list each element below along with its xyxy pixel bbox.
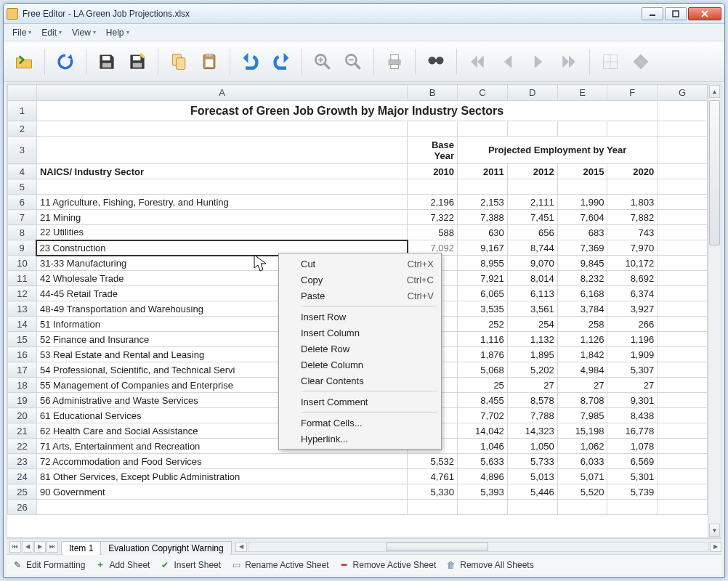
cell[interactable]: 18 xyxy=(8,378,37,393)
cell[interactable]: 1,050 xyxy=(507,439,557,454)
cell[interactable]: 2010 xyxy=(408,164,458,179)
refresh-button[interactable] xyxy=(52,49,78,75)
cell[interactable] xyxy=(658,301,708,317)
ctx-clear[interactable]: Clear Contents xyxy=(280,373,440,389)
cell[interactable]: 8,455 xyxy=(458,393,508,408)
col-B[interactable]: B xyxy=(408,85,458,101)
ctx-hyperlink[interactable]: Hyperlink... xyxy=(280,431,440,447)
hscroll-left-icon[interactable]: ◀ xyxy=(235,542,247,552)
cell[interactable]: 72 Accommodation and Food Services xyxy=(36,454,407,469)
cell[interactable] xyxy=(658,332,708,347)
col-F[interactable]: F xyxy=(607,85,658,101)
cell[interactable]: 3,561 xyxy=(507,301,557,317)
cell[interactable]: 254 xyxy=(507,317,557,332)
first-button[interactable] xyxy=(464,49,490,75)
cell[interactable]: BaseYear xyxy=(408,137,458,164)
cell[interactable]: 5,446 xyxy=(507,484,557,500)
cell[interactable]: 4,896 xyxy=(458,469,508,484)
redo-button[interactable] xyxy=(268,49,294,75)
tab-first-icon[interactable]: ⏮ xyxy=(9,541,21,553)
cell[interactable]: 7,702 xyxy=(458,408,508,423)
cell[interactable]: 21 xyxy=(8,423,37,439)
save-button[interactable] xyxy=(94,49,120,75)
cell[interactable]: 11 Agriculture, Fishing, Forestry, and H… xyxy=(36,195,407,210)
scroll-up-icon[interactable]: ▲ xyxy=(709,85,720,98)
cell[interactable]: 6,569 xyxy=(607,454,658,469)
cell[interactable]: 25 xyxy=(8,484,37,500)
cell[interactable]: 1,196 xyxy=(607,332,658,347)
cell[interactable]: 8,438 xyxy=(607,408,658,423)
cell[interactable]: 3,535 xyxy=(458,301,508,317)
cell[interactable]: 7,788 xyxy=(507,408,557,423)
cell[interactable]: 2 xyxy=(8,121,37,137)
cell[interactable]: 17 xyxy=(8,362,37,378)
cell[interactable]: 13 xyxy=(8,301,37,317)
ctx-insert-row[interactable]: Insert Row xyxy=(280,309,440,325)
cell[interactable]: 588 xyxy=(408,225,458,240)
cell[interactable]: 252 xyxy=(458,317,508,332)
cell[interactable]: 1,116 xyxy=(458,332,508,347)
cell[interactable]: 5,330 xyxy=(408,484,458,500)
cell[interactable] xyxy=(658,454,708,469)
cell[interactable] xyxy=(36,500,407,515)
cell[interactable] xyxy=(658,439,708,454)
cell[interactable]: 7,388 xyxy=(458,210,508,225)
cell[interactable]: 5,739 xyxy=(607,484,658,500)
cell[interactable]: 6,033 xyxy=(557,454,607,469)
cell[interactable]: 10 xyxy=(8,256,37,271)
cell[interactable]: 1,803 xyxy=(607,195,658,210)
ctx-copy[interactable]: CopyCtrl+C xyxy=(280,272,440,288)
cell[interactable]: 16 xyxy=(8,347,37,362)
scroll-down-icon[interactable]: ▼ xyxy=(709,524,720,537)
close-button[interactable] xyxy=(688,7,721,20)
col-E[interactable]: E xyxy=(557,85,607,101)
insert-sheet-button[interactable]: ✔Insert Sheet xyxy=(160,560,221,570)
cell[interactable]: 743 xyxy=(607,225,658,240)
cell[interactable]: 7,970 xyxy=(607,240,658,256)
cell[interactable]: 25 xyxy=(458,378,508,393)
cell[interactable] xyxy=(36,137,407,164)
cell[interactable]: 2,153 xyxy=(458,195,508,210)
cell[interactable]: 630 xyxy=(458,225,508,240)
cell[interactable] xyxy=(408,500,458,515)
cell[interactable] xyxy=(658,210,708,225)
cell[interactable]: 81 Other Services, Except Public Adminis… xyxy=(36,469,407,484)
cell[interactable]: 5,071 xyxy=(557,469,607,484)
cell[interactable]: 15 xyxy=(8,332,37,347)
cell[interactable]: 6 xyxy=(8,195,37,210)
cell[interactable] xyxy=(658,101,708,121)
cell[interactable]: 16,778 xyxy=(607,423,658,439)
cell[interactable]: 5,393 xyxy=(458,484,508,500)
sheet-tab-active[interactable]: Item 1 xyxy=(61,541,101,555)
cell[interactable] xyxy=(658,164,708,179)
ctx-insert-column[interactable]: Insert Column xyxy=(280,325,440,341)
cell[interactable] xyxy=(658,179,708,195)
cell[interactable]: 1,895 xyxy=(507,347,557,362)
cell[interactable]: 8,692 xyxy=(607,271,658,286)
print-button[interactable] xyxy=(381,49,408,75)
cell[interactable] xyxy=(458,500,508,515)
cell[interactable]: 5,301 xyxy=(607,469,658,484)
remove-all-button[interactable]: 🗑Remove All Sheets xyxy=(446,560,533,570)
add-sheet-button[interactable]: ＋Add Sheet xyxy=(95,560,150,570)
cell[interactable] xyxy=(658,256,708,271)
cell[interactable] xyxy=(658,137,708,164)
cell[interactable]: 10,172 xyxy=(607,256,658,271)
cell[interactable]: 4,984 xyxy=(557,362,607,378)
cell[interactable]: 12 xyxy=(8,286,37,301)
ctx-paste[interactable]: PasteCtrl+V xyxy=(280,288,440,304)
cell[interactable]: 5,633 xyxy=(458,454,508,469)
cell[interactable]: 7,604 xyxy=(557,210,607,225)
cell[interactable]: 4,761 xyxy=(408,469,458,484)
last-button[interactable] xyxy=(556,49,582,75)
cell[interactable] xyxy=(507,500,557,515)
cell[interactable]: 5,733 xyxy=(507,454,557,469)
cell[interactable]: 8,232 xyxy=(557,271,607,286)
column-headers[interactable]: A B C D E F G xyxy=(8,85,708,101)
cell[interactable]: 7,882 xyxy=(607,210,658,225)
cell[interactable]: 4 xyxy=(8,164,37,179)
cell[interactable]: 5,532 xyxy=(408,454,458,469)
cell[interactable]: 14 xyxy=(8,317,37,332)
menu-view[interactable]: View▾ xyxy=(68,26,100,39)
cell[interactable]: 5,068 xyxy=(458,362,508,378)
